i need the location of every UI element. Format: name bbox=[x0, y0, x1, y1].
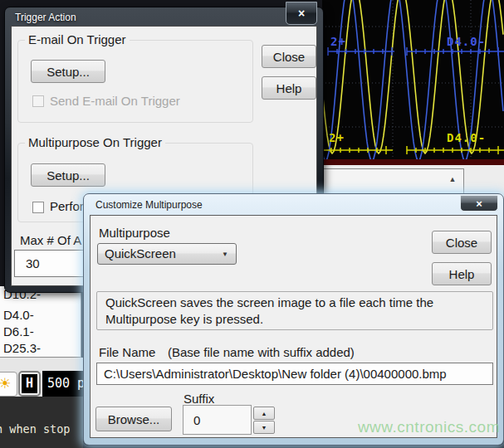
dialog-body: Multipurpose QuickScreen ▼ Close Help Qu… bbox=[90, 215, 497, 438]
multipurpose-dropdown[interactable]: QuickScreen ▼ bbox=[97, 243, 237, 265]
customize-multipurpose-dialog: Customize Multipurpose × Multipurpose Qu… bbox=[83, 193, 504, 446]
group-label: Multipurpose On Trigger bbox=[25, 135, 165, 149]
browse-button[interactable]: Browse... bbox=[95, 407, 172, 431]
help-button[interactable]: Help bbox=[262, 76, 316, 100]
group-label: E-mail On Trigger bbox=[25, 32, 130, 46]
horizontal-settings-button[interactable]: H bbox=[18, 371, 41, 397]
multipurpose-label: Multipurpose bbox=[99, 226, 170, 240]
scroll-up-icon[interactable]: ▲ bbox=[445, 173, 460, 185]
oscilloscope-display: 2+ D4.0- 2+ D4.0- bbox=[322, 0, 504, 165]
file-path-input[interactable] bbox=[96, 363, 493, 385]
timebase-readout[interactable]: 500 p bbox=[42, 371, 83, 397]
file-name-hint: (Base file name with suffix added) bbox=[168, 345, 355, 359]
scope-bottom-bar bbox=[322, 159, 504, 165]
multipurpose-setup-button[interactable]: Setup... bbox=[31, 163, 105, 187]
status-text: h when stop bbox=[0, 422, 70, 436]
watermark: www.cntronics.com bbox=[357, 418, 500, 436]
toolbar-strip: ☀ H 500 p bbox=[0, 358, 83, 397]
max-actions-label: Max # Of A bbox=[20, 233, 81, 247]
brightness-icon[interactable]: ☀ bbox=[0, 372, 17, 397]
email-setup-button[interactable]: Setup... bbox=[31, 60, 105, 83]
status-strip: h when stop bbox=[0, 397, 83, 448]
dialog-title: Customize Multipurpose bbox=[95, 199, 203, 211]
close-button[interactable]: Close bbox=[432, 231, 492, 254]
close-icon[interactable]: × bbox=[460, 195, 498, 212]
chevron-down-icon: ▼ bbox=[222, 251, 228, 258]
file-name-label: File Name bbox=[99, 345, 155, 359]
timebase-value: 500 p bbox=[42, 376, 85, 391]
suffix-down-icon[interactable]: ▼ bbox=[253, 421, 275, 434]
h-icon: H bbox=[22, 374, 37, 393]
channel-list-panel: D10.2- D4.0- D6.1- D25.3- bbox=[0, 286, 81, 358]
close-button[interactable]: Close bbox=[262, 45, 316, 68]
list-item[interactable]: D6.1- bbox=[3, 324, 34, 338]
description-box: QuickScreen saves the screen image to a … bbox=[96, 291, 493, 330]
perform-checkbox[interactable] bbox=[32, 202, 44, 213]
send-email-checkbox-label: Send E-mail On Trigger bbox=[50, 94, 180, 108]
suffix-up-icon[interactable]: ▲ bbox=[253, 407, 275, 420]
close-icon[interactable]: × bbox=[286, 2, 317, 25]
list-item[interactable]: D25.3- bbox=[3, 341, 41, 355]
channel-marker-2-top: 2+ bbox=[330, 35, 346, 48]
digital-marker-d4-bottom: D4.0- bbox=[447, 131, 486, 144]
list-item[interactable]: D4.0- bbox=[3, 308, 34, 322]
dialog-title: Trigger Action bbox=[15, 12, 76, 23]
send-email-checkbox[interactable] bbox=[32, 95, 44, 107]
digital-marker-d4-top: D4.0- bbox=[447, 35, 486, 48]
help-button[interactable]: Help bbox=[432, 262, 492, 285]
channel-marker-2-bottom: 2+ bbox=[329, 131, 345, 144]
suffix-input[interactable] bbox=[183, 405, 252, 435]
dropdown-value: QuickScreen bbox=[105, 246, 176, 261]
perform-checkbox-label: Perfor bbox=[50, 199, 84, 213]
suffix-label: Suffix bbox=[183, 392, 214, 406]
